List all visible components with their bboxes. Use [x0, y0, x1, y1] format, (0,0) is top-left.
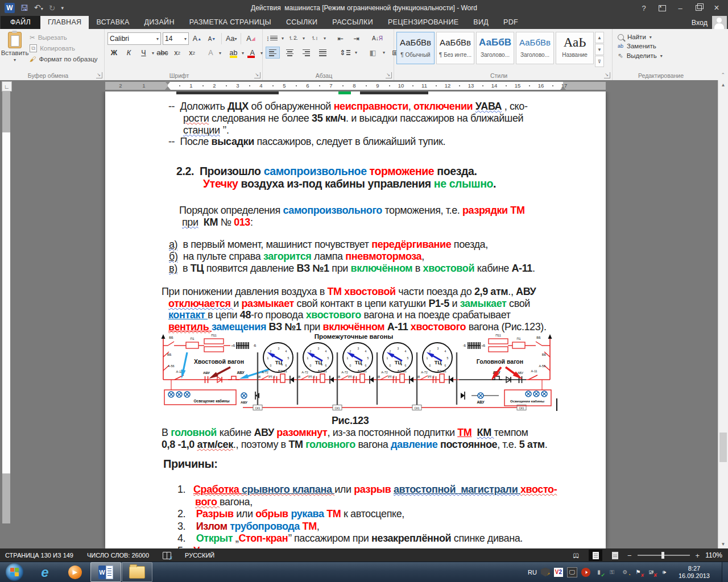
subscript-button[interactable]: x2: [171, 48, 184, 59]
align-left-button[interactable]: [266, 47, 280, 59]
zoom-slider-handle[interactable]: [661, 552, 664, 559]
superscript-button[interactable]: x2: [185, 48, 198, 59]
tab-ссылки[interactable]: ССЫЛКИ: [279, 16, 325, 29]
grow-font-button[interactable]: А▲: [191, 34, 204, 44]
close-button[interactable]: ×: [709, 2, 725, 14]
highlight-dropdown[interactable]: ▾: [242, 51, 244, 56]
align-center-button[interactable]: [283, 47, 296, 58]
vertical-scrollbar[interactable]: ▲ ▼: [718, 80, 728, 548]
scroll-up-arrow[interactable]: ▲: [718, 80, 728, 89]
language-indicator[interactable]: РУССКИЙ: [185, 552, 214, 559]
tab-pdf[interactable]: PDF: [496, 16, 526, 29]
decrease-indent-button[interactable]: ⇤: [334, 33, 347, 44]
line-spacing-button[interactable]: ⇕: [338, 47, 351, 58]
hanging-indent-marker[interactable]: [165, 86, 171, 90]
style-card-1[interactable]: АаБбВв¶ Без инте...: [436, 32, 474, 64]
zoom-level[interactable]: 110%: [705, 551, 722, 559]
zoom-out-button[interactable]: −: [627, 551, 632, 560]
tab-рецензирование[interactable]: РЕЦЕНЗИРОВАНИЕ: [380, 16, 466, 29]
word-count[interactable]: ЧИСЛО СЛОВ: 26000: [87, 552, 149, 559]
text-effects-button[interactable]: А: [204, 48, 217, 59]
copy-button[interactable]: ⧉Копировать: [30, 44, 98, 53]
tab-вставка[interactable]: ВСТАВКА: [89, 16, 136, 29]
scroll-down-arrow[interactable]: ▼: [718, 539, 728, 548]
style-card-4[interactable]: АаЬНазвание: [556, 32, 594, 64]
tray-settings-icon[interactable]: ⚙◔: [621, 568, 630, 577]
style-card-0[interactable]: АаБбВв¶ Обычный: [396, 32, 435, 64]
shrink-font-button[interactable]: А▼: [205, 34, 218, 44]
justify-button[interactable]: [316, 47, 329, 58]
sort-button[interactable]: А↓Я: [371, 33, 384, 44]
minimize-button[interactable]: –: [672, 2, 688, 14]
tray-usb-icon[interactable]: ▮✔: [594, 568, 603, 577]
paste-dropdown[interactable]: ▾: [14, 57, 16, 63]
underline-dropdown[interactable]: ▾: [152, 51, 154, 56]
print-layout-button[interactable]: [589, 550, 602, 561]
font-color-button[interactable]: А: [246, 48, 259, 59]
font-size-select[interactable]: 14▾: [163, 32, 189, 45]
restore-button[interactable]: [690, 2, 706, 14]
user-avatar[interactable]: [712, 16, 727, 29]
page-indicator[interactable]: СТРАНИЦА 130 ИЗ 149: [5, 552, 73, 559]
ribbon-display-options-button[interactable]: [654, 2, 670, 14]
tab-разметка страницы[interactable]: РАЗМЕТКА СТРАНИЦЫ: [182, 16, 279, 29]
bullets-button[interactable]: ⁝: [266, 33, 279, 44]
highlight-button[interactable]: ab: [227, 48, 240, 59]
shading-button[interactable]: ◧: [366, 47, 379, 58]
style-card-3[interactable]: АаБбВвЗаголово...: [516, 32, 554, 64]
underline-button[interactable]: Ч: [137, 48, 150, 59]
taskbar-clock[interactable]: 8:27 16.09.2013: [673, 565, 715, 580]
right-indent-marker[interactable]: [560, 86, 566, 90]
paste-button[interactable]: Вставить ▾: [0, 29, 30, 64]
taskbar-explorer[interactable]: [122, 562, 152, 582]
align-right-button[interactable]: [300, 47, 313, 58]
tab-дизайн[interactable]: ДИЗАЙН: [137, 16, 182, 29]
first-line-indent-marker[interactable]: [165, 81, 171, 85]
show-desktop-button[interactable]: [722, 562, 728, 582]
strikethrough-button[interactable]: abc: [156, 48, 169, 59]
web-layout-button[interactable]: [608, 550, 622, 561]
font-dialog-launcher[interactable]: [254, 72, 260, 78]
cut-button[interactable]: ✂Вырезать: [30, 33, 98, 42]
tray-tool-icon[interactable]: ⚿: [607, 568, 617, 577]
bold-button[interactable]: Ж: [107, 48, 121, 59]
start-button[interactable]: [6, 563, 23, 581]
increase-indent-button[interactable]: ⇥: [350, 33, 363, 44]
zoom-slider[interactable]: [638, 555, 690, 556]
paragraph-dialog-launcher[interactable]: [386, 72, 392, 78]
tray-display-icon[interactable]: 🖵: [567, 567, 577, 577]
styles-gallery-more[interactable]: ⊽: [595, 56, 604, 67]
sign-in-label[interactable]: Вход: [692, 19, 708, 27]
change-case-button[interactable]: Аа▾: [225, 34, 238, 44]
styles-scroll-up[interactable]: ▲: [595, 32, 604, 43]
select-button[interactable]: ⇖Выделить▾: [618, 52, 718, 60]
vertical-ruler[interactable]: [0, 92, 14, 548]
italic-button[interactable]: К: [122, 48, 135, 59]
replace-button[interactable]: abЗаменить: [618, 43, 718, 49]
tab-рассылки[interactable]: РАССЫЛКИ: [325, 16, 380, 29]
collapse-ribbon-button[interactable]: ⌃: [721, 72, 725, 78]
clear-formatting-button[interactable]: А◢: [244, 34, 257, 44]
styles-dialog-launcher[interactable]: [604, 72, 610, 78]
tray-network-icon[interactable]: 🖳✘: [647, 568, 656, 577]
tray-audio-manager-icon[interactable]: 🕨: [581, 568, 590, 577]
style-card-2[interactable]: АаБбВЗаголово...: [476, 32, 514, 64]
taskbar-internet-explorer[interactable]: e: [30, 563, 60, 581]
read-mode-button[interactable]: 🕮: [569, 550, 583, 561]
styles-scroll-down[interactable]: ▼: [595, 44, 604, 55]
zoom-in-button[interactable]: +: [696, 551, 700, 560]
help-button[interactable]: ?: [636, 2, 652, 14]
document-area[interactable]: Промежуточные вагоныВБП1П11+Б-БВБА-56А-1…: [0, 92, 718, 548]
document-page[interactable]: Промежуточные вагоныВБП1П11+Б-БВБА-56А-1…: [105, 92, 606, 548]
horizontal-ruler[interactable]: ∟ 1234567891011121314151617 21: [0, 80, 728, 92]
font-name-select[interactable]: Calibri▾: [107, 32, 161, 45]
format-painter-button[interactable]: 🖌Формат по образцу: [30, 55, 98, 64]
clipboard-dialog-launcher[interactable]: [96, 72, 102, 78]
tab-файл[interactable]: ФАЙЛ: [1, 16, 40, 29]
numbering-button[interactable]: ⒈⒉: [287, 33, 300, 44]
tray-vnc-icon[interactable]: V2: [554, 568, 563, 577]
tray-language-indicator[interactable]: RU: [528, 569, 537, 576]
tray-volume-icon[interactable]: 🕪: [660, 568, 669, 577]
tab-вид[interactable]: ВИД: [466, 16, 496, 29]
taskbar-word[interactable]: W: [90, 562, 121, 582]
